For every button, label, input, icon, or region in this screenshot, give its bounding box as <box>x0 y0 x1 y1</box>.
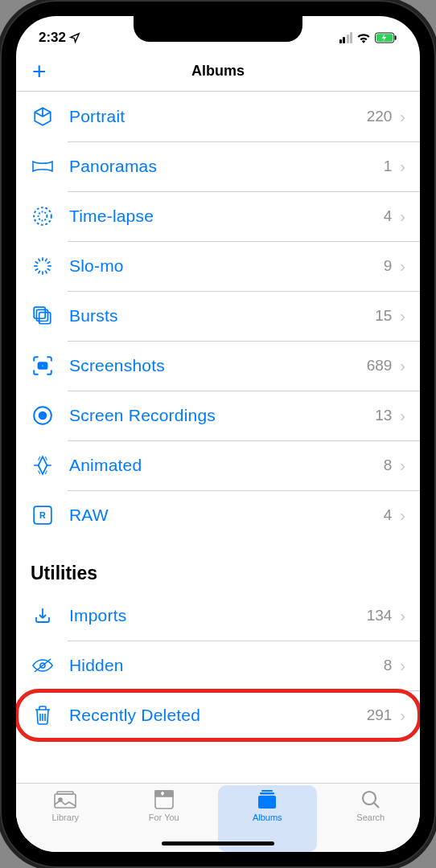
row-raw[interactable]: R RAW 4 › <box>16 490 420 540</box>
chevron-right-icon: › <box>400 357 405 375</box>
row-label: Bursts <box>69 306 375 326</box>
svg-line-16 <box>39 259 40 262</box>
row-panoramas[interactable]: Panoramas 1 › <box>16 141 420 191</box>
section-title-utilities: Utilities <box>16 540 420 591</box>
row-timelapse[interactable]: Time-lapse 4 › <box>16 191 420 241</box>
tab-search[interactable]: Search <box>322 788 421 852</box>
chevron-right-icon: › <box>400 307 405 326</box>
svg-rect-18 <box>36 309 47 321</box>
raw-icon: R <box>31 503 55 527</box>
row-count: 689 <box>367 357 393 375</box>
svg-rect-29 <box>57 792 73 794</box>
tab-label: Library <box>51 813 79 822</box>
svg-text:R: R <box>39 510 46 520</box>
tab-library[interactable]: Library <box>16 788 115 852</box>
svg-line-37 <box>374 803 379 808</box>
row-label: Screen Recordings <box>69 406 375 425</box>
page-title: Albums <box>191 63 245 80</box>
panorama-icon <box>31 154 55 178</box>
svg-rect-34 <box>260 792 274 795</box>
row-screen-recordings[interactable]: Screen Recordings 13 › <box>16 391 420 440</box>
row-label: Imports <box>69 606 367 625</box>
row-portrait[interactable]: Portrait 220 › <box>16 92 420 141</box>
row-label: RAW <box>69 506 384 525</box>
foryou-icon <box>152 788 176 811</box>
trash-icon <box>31 703 55 727</box>
chevron-right-icon: › <box>400 407 405 425</box>
row-count: 15 <box>375 307 392 325</box>
row-label: Hidden <box>69 656 384 675</box>
wifi-icon <box>356 32 371 43</box>
svg-line-9 <box>47 268 51 270</box>
svg-point-4 <box>39 212 47 221</box>
row-hidden[interactable]: Hidden 8 › <box>16 641 420 690</box>
location-icon <box>69 32 80 43</box>
tab-label: Albums <box>253 813 282 822</box>
row-count: 1 <box>384 158 393 175</box>
hidden-icon <box>31 653 55 678</box>
svg-line-15 <box>35 262 39 264</box>
chevron-right-icon: › <box>400 257 405 276</box>
svg-line-7 <box>47 262 51 264</box>
row-count: 4 <box>384 506 393 524</box>
add-button[interactable]: + <box>32 59 47 84</box>
chevron-right-icon: › <box>400 108 405 126</box>
status-time: 2:32 <box>39 30 66 46</box>
bursts-icon <box>31 304 55 328</box>
row-recently-deleted[interactable]: Recently Deleted 291 › <box>16 690 420 740</box>
row-label: Screenshots <box>69 356 367 375</box>
svg-line-6 <box>45 259 47 262</box>
screenshot-icon <box>31 354 55 378</box>
svg-rect-33 <box>261 790 273 792</box>
row-label: Portrait <box>69 107 367 126</box>
animated-icon <box>31 453 55 477</box>
row-screenshots[interactable]: Screenshots 689 › <box>16 341 420 391</box>
row-count: 8 <box>384 457 393 474</box>
timelapse-icon <box>31 204 55 228</box>
albums-icon <box>255 788 279 811</box>
svg-line-12 <box>39 271 40 274</box>
row-count: 13 <box>375 407 392 424</box>
chevron-right-icon: › <box>400 706 405 725</box>
row-label: Recently Deleted <box>69 706 367 725</box>
nav-header: + Albums <box>16 55 420 92</box>
row-label: Panoramas <box>69 157 384 176</box>
svg-rect-28 <box>55 794 76 808</box>
svg-point-21 <box>41 364 43 366</box>
signal-icon <box>339 32 353 43</box>
row-bursts[interactable]: Bursts 15 › <box>16 291 420 341</box>
row-count: 8 <box>384 657 393 674</box>
row-count: 134 <box>367 607 393 624</box>
library-icon <box>53 788 77 811</box>
tab-label: For You <box>149 813 179 822</box>
svg-rect-35 <box>258 796 276 809</box>
svg-line-13 <box>35 268 39 270</box>
tab-label: Search <box>356 813 385 822</box>
row-count: 220 <box>367 108 393 125</box>
row-count: 9 <box>384 257 393 275</box>
row-count: 4 <box>384 207 393 225</box>
chevron-right-icon: › <box>400 457 405 475</box>
row-label: Animated <box>69 456 384 475</box>
row-imports[interactable]: Imports 134 › <box>16 591 420 641</box>
search-icon <box>359 788 383 811</box>
row-count: 291 <box>367 706 393 724</box>
chevron-right-icon: › <box>400 657 405 675</box>
import-icon <box>31 604 55 628</box>
svg-line-10 <box>45 271 47 274</box>
chevron-right-icon: › <box>400 207 405 226</box>
row-label: Time-lapse <box>69 207 384 226</box>
chevron-right-icon: › <box>400 607 405 625</box>
svg-rect-32 <box>155 791 173 796</box>
svg-point-3 <box>34 207 51 225</box>
svg-point-36 <box>363 792 376 805</box>
row-animated[interactable]: Animated 8 › <box>16 440 420 490</box>
battery-icon <box>375 32 397 43</box>
home-indicator[interactable] <box>162 841 274 845</box>
chevron-right-icon: › <box>400 158 405 176</box>
slomo-icon <box>31 254 55 278</box>
row-label: Slo-mo <box>69 256 384 276</box>
row-slomo[interactable]: Slo-mo 9 › <box>16 241 420 291</box>
chevron-right-icon: › <box>400 506 405 525</box>
content-scroll[interactable]: Portrait 220 › Panoramas 1 › Time-lapse … <box>16 92 420 783</box>
